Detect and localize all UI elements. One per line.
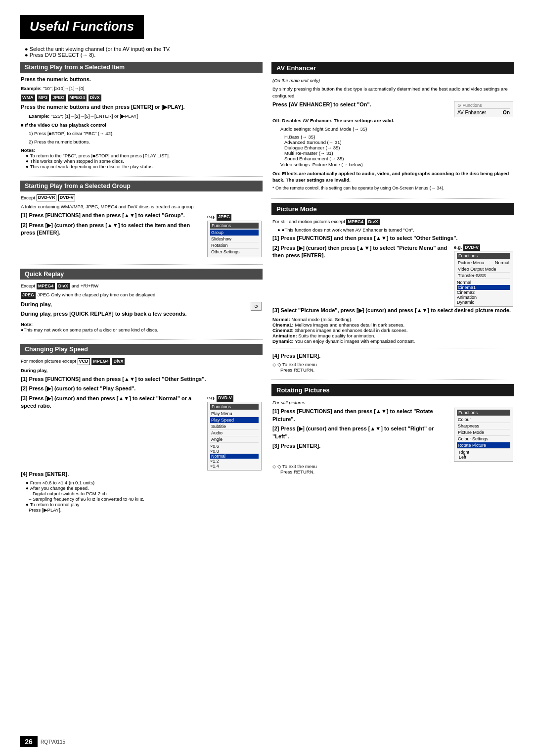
speed-bullets: From ×0.6 to ×1.4 (in 0.1 units) After y… [21,480,262,513]
qr-during-play: During play, [21,301,247,308]
jpeg-example-box: e.g. JPEG Functions Group Slideshow Rota… [207,214,262,257]
pm-exit-label: ◇ ◇ To exit the menu [272,362,513,367]
qr-step-row: During play, During play, press [QUICK R… [21,301,262,320]
pm-mode-dynamic-desc: Dynamic: You can enjoy dynamic images wi… [272,338,513,344]
right-column: AV Enhancer (On the main unit only) By s… [271,62,514,520]
page-title: Useful Functions [20,15,514,46]
av-fn-title: ⊙ Functions [457,103,510,109]
example-10: Example: "10"; [≥10]→[1]→[0] [21,85,262,92]
av-remote-note: * On the remote control, this setting ca… [272,185,513,191]
section-content-quick-replay: Except MPEG4 DivX and +R/+RW JPEG JPEG O… [20,283,263,332]
tag-mpeg4-speed: MPEG4 [91,358,110,365]
av-hbass: H.Bass (→ 35) [284,134,513,140]
section-header-group: Starting Play from a Selected Group [20,181,263,191]
sp-playmenu: Play Menu [210,411,259,417]
pm-mode-cinema2: Cinema2 [457,290,510,295]
av-multiremaster: Multi Re-master (→ 31) [284,150,513,156]
section-content-group: Except DVD-VR DVD-V A folder containing … [20,194,263,257]
group-desc: A folder containing WMA/MP3, JPEG, MPEG4… [21,203,262,210]
sp-audio: Audio [210,430,259,436]
section-header-speed: Changing Play Speed [20,344,263,355]
rot-opt-left: Left [459,455,510,460]
eg-jpeg-label: e.g. JPEG [207,214,262,221]
speed-step3-content: [3] Press [▶] (cursor) and then press [▲… [21,395,203,412]
pm-dvdv-title: Functions [457,253,510,259]
diamond-icon-pm: ◇ [272,362,276,367]
rot-row-coloursettings: Colour Settings [457,436,510,442]
replay-icon: ↺ [251,302,262,311]
off-label: Off: Disables AV Enhancer. The user sett… [272,118,395,123]
rot-step2: [2] Press [▶] (cursor) and then press [▲… [272,425,450,440]
qr-jpeg-note-text: JPEG Only when the elapsed play time can… [38,292,157,297]
section-header-av-enhancer: AV Enhancer [271,62,514,74]
tag-divx-speed: DivX [112,358,125,365]
rot-step3: [3] Press [ENTER]. [272,442,450,450]
vcd-step2: 2) Press the numeric buttons. [29,139,262,145]
qr-step-text: During play, During play, press [QUICK R… [21,301,247,320]
tag-wma: WMA [21,94,35,101]
model-number: RQTV0115 [41,739,65,745]
section-header-starting-play-item: Starting Play from a Selected Item [20,62,263,73]
tag-mpeg4-qr: MPEG4 [37,283,55,290]
vcd-step1: 1) Press [■STOP] to clear "PBC" (→ 42). [29,130,262,137]
av-fn-row: AV Enhancer On [457,110,510,115]
note-3: This may not work depending on the disc … [26,164,262,169]
section-starting-play-group: Starting Play from a Selected Group Exce… [20,181,263,257]
tag-dvdv-speed: DVD-V [217,395,233,402]
section-header-picture-mode: Picture Mode [271,203,514,215]
speed-box-title: Functions [210,404,259,410]
divider-5 [271,379,514,380]
example-label-2: Example: [29,113,49,119]
pm-modes-desc: Normal: Normal mode (Initial Setting). C… [272,317,513,344]
rot-opt-right: Right [459,450,510,455]
sp-angle: Angle [210,436,259,443]
section-rotating-pictures: Rotating Pictures For still pictures [1]… [271,384,514,474]
sp-playspeed: Play Speed [210,417,259,424]
page-number: 26 [20,736,38,747]
group-step-content: [1] Press [FUNCTIONS] and then press [▲▼… [21,212,203,238]
pm-mode-animation: Animation [457,295,510,300]
speed-eg-box: e.g. DVD-V Functions Play Menu Play Spee… [207,395,262,471]
rot-row-picturemode: Picture Mode [457,429,510,436]
tag-divx: DivX [89,94,101,101]
speed-step1: [1] Press [FUNCTIONS] and then press [▲▼… [21,376,262,383]
diamond-icon-rot: ◇ [272,464,276,469]
main-content: Starting Play from a Selected Item Press… [20,62,514,520]
tag-vcd-speed: VCD [78,358,90,365]
pm-step1: [1] Press [FUNCTIONS] and then press [▲▼… [272,235,513,242]
note-1: To return to the "PBC", press [■STOP] an… [26,153,262,158]
av-sound-enhancement: Sound Enhancement (→ 35) [284,156,513,161]
qr-extra: and +R/+RW [72,283,99,288]
divider-4 [271,198,514,199]
qr-jpeg-note: JPEG JPEG Only when the elapsed play tim… [21,291,262,298]
rot-for-still: For still pictures [272,399,513,406]
divider-pm [272,348,513,348]
rot-steps-row: [1] Press [FUNCTIONS] and then press [▲▼… [272,408,513,462]
jp-row-group: Group [210,230,259,236]
tag-jpeg: JPEG [51,94,66,101]
tag-jpeg-eg: JPEG [217,214,231,221]
divider-1 [20,176,263,177]
intro-section: Select the unit viewing channel (or the … [20,46,514,58]
rot-exit-label: ◇ ◇ To exit the menu [272,464,513,469]
pm-eg-label: e.g. DVD-V [454,244,513,251]
speed-b3: – Digital output switches to PCM-2 ch. [29,491,262,496]
sp-06: ×0.6 [210,444,259,449]
pm-step2-content: [2] Press [▶] (cursor) then press [▲▼] t… [272,244,450,262]
rot-exit-text: Press RETURN. [280,469,513,474]
sp-08: ×0.8 [210,449,259,454]
pm-step3: [3] Select "Picture Mode", press [▶] (cu… [272,307,513,314]
tag-divx-pm: DivX [367,219,380,226]
except-tags-group: Except DVD-VR DVD-V [21,194,262,201]
step2-enter-play: Press the numeric buttons and then press… [21,103,262,111]
pm-mode-normal-desc: Normal: Normal mode (Initial Setting). [272,317,513,322]
tag-mpeg4: MPEG4 [68,94,87,101]
qr-except-row: Except MPEG4 DivX and +R/+RW [21,283,262,289]
speed-b1: From ×0.6 to ×1.4 (in 0.1 units) [26,480,262,485]
pm-note: ●This function does not work when AV Enh… [277,227,513,233]
group-step2: [2] Press [▶] (cursor) then press [▲▼] t… [21,222,203,237]
av-off-label: Off: Disables AV Enhancer. The user sett… [272,117,513,124]
tags-row: WMA MP3 JPEG MPEG4 DivX [21,94,262,101]
except-label-group: Except [21,195,35,200]
av-on-effects: On: Effects are automatically applied to… [272,170,513,184]
